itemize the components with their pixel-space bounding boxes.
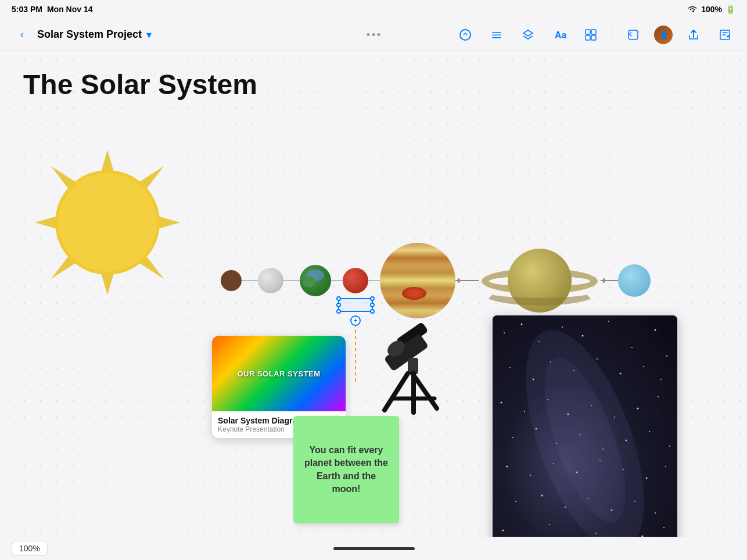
space-photo[interactable]	[493, 315, 677, 537]
svg-point-53	[512, 437, 513, 438]
undo-button[interactable]	[623, 24, 644, 45]
bottom-bar: 100%	[0, 537, 747, 560]
svg-point-61	[507, 466, 508, 468]
svg-rect-7	[586, 35, 590, 40]
svg-rect-6	[591, 30, 596, 34]
user-avatar-button[interactable]: 👤	[654, 26, 673, 44]
earth-planet[interactable]	[300, 265, 331, 296]
selection-handle-r[interactable]	[370, 303, 375, 307]
svg-point-44	[660, 379, 662, 380]
page-title: The Solar System	[23, 69, 257, 100]
selection-handle-br[interactable]	[370, 309, 375, 314]
svg-point-83	[663, 527, 665, 528]
svg-point-60	[669, 446, 670, 447]
svg-point-71	[565, 507, 566, 508]
pencil-tool-button[interactable]	[455, 24, 476, 45]
svg-rect-5	[586, 30, 590, 34]
mars-planet[interactable]	[343, 268, 368, 293]
venus-planet[interactable]	[258, 268, 283, 293]
date-display: Mon Nov 14	[47, 5, 93, 14]
great-red-spot	[402, 287, 426, 300]
space-photo-inner	[493, 315, 677, 537]
svg-point-29	[521, 324, 523, 325]
zoom-badge[interactable]: 100%	[12, 541, 48, 556]
svg-point-35	[655, 329, 656, 331]
mercury-planet[interactable]	[221, 270, 242, 291]
svg-point-36	[666, 356, 667, 357]
svg-point-75	[655, 512, 656, 514]
svg-point-62	[530, 475, 531, 476]
wifi-icon	[687, 5, 698, 15]
svg-point-76	[502, 530, 504, 532]
svg-point-51	[637, 408, 639, 410]
selection-box	[338, 298, 373, 312]
time-display: 5:03 PM	[12, 5, 42, 14]
svg-point-78	[549, 524, 550, 525]
compose-button[interactable]	[714, 24, 735, 45]
svg-point-45	[501, 402, 502, 404]
connector-arrow-2	[601, 278, 618, 283]
keynote-thumbnail: OUR SOLAR SYSTEM	[212, 336, 346, 411]
svg-point-0	[460, 30, 471, 40]
svg-point-19	[58, 173, 157, 272]
selection-handle-bl[interactable]	[336, 309, 341, 314]
svg-rect-1	[492, 32, 501, 33]
battery-icon: 🔋	[726, 5, 735, 14]
telescope-object[interactable]	[367, 318, 448, 419]
connector	[283, 280, 300, 281]
connector	[242, 280, 258, 281]
canvas[interactable]: The Solar System	[0, 51, 747, 537]
more-options-indicator	[367, 33, 380, 36]
selection-handle-l[interactable]	[336, 303, 341, 307]
textformat-tool-button[interactable]: Aa	[549, 24, 570, 45]
saturn-planet[interactable]	[479, 243, 601, 318]
svg-point-37	[509, 367, 511, 368]
status-bar: 5:03 PM Mon Nov 14 100% 🔋	[0, 0, 747, 19]
sticky-note-text: You can fit every planet between the Ear…	[303, 444, 390, 496]
toolbar: ‹ Solar System Project ▾	[0, 19, 747, 51]
svg-point-41	[597, 358, 598, 360]
connector-arrow	[455, 278, 479, 283]
jupiter-planet[interactable]	[380, 243, 455, 318]
battery-display: 100%	[701, 5, 722, 14]
keynote-title-text: OUR SOLAR SYSTEM	[237, 369, 320, 378]
mars-selected-container: +	[343, 268, 368, 293]
svg-point-42	[620, 373, 622, 375]
connector	[368, 280, 380, 281]
svg-point-67	[646, 478, 648, 479]
svg-point-33	[608, 321, 609, 322]
svg-line-23	[385, 374, 408, 410]
share-button[interactable]	[683, 24, 704, 45]
svg-rect-3	[492, 37, 501, 38]
sticky-note[interactable]: You can fit every planet between the Ear…	[293, 416, 399, 523]
svg-point-34	[631, 347, 633, 348]
title-dropdown-button[interactable]: ▾	[146, 28, 152, 41]
gallery-tool-button[interactable]	[580, 24, 601, 45]
document-title: Solar System Project	[37, 28, 142, 41]
svg-point-28	[504, 332, 505, 333]
home-indicator	[333, 547, 415, 550]
sun-object[interactable]	[29, 144, 186, 301]
mars-connector-line	[355, 324, 356, 382]
lines-tool-button[interactable]	[486, 24, 507, 45]
svg-point-68	[665, 466, 666, 467]
back-button[interactable]: ‹	[12, 24, 33, 45]
svg-point-31	[562, 326, 563, 328]
selection-handle-tr[interactable]	[370, 296, 375, 301]
svg-text:Aa: Aa	[555, 30, 566, 40]
svg-point-59	[649, 431, 650, 432]
svg-point-52	[658, 396, 659, 397]
svg-rect-2	[492, 34, 501, 35]
planets-row: +	[221, 243, 651, 318]
uranus-planet[interactable]	[618, 264, 651, 297]
connector	[331, 280, 343, 281]
svg-point-46	[524, 411, 525, 412]
svg-point-70	[541, 495, 543, 497]
svg-point-32	[582, 335, 584, 337]
svg-rect-8	[591, 35, 596, 40]
svg-line-25	[412, 374, 437, 408]
svg-point-43	[643, 366, 644, 367]
selection-handle-tl[interactable]	[336, 296, 341, 301]
layers-tool-button[interactable]	[518, 24, 538, 45]
add-handle[interactable]: +	[350, 315, 361, 326]
